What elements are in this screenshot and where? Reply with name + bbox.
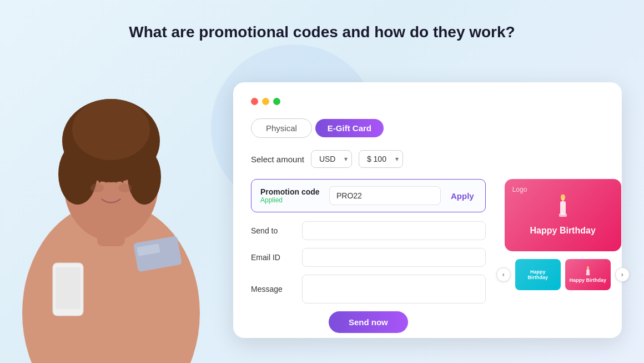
gift-card-greeting: Happy Birthday xyxy=(530,226,596,236)
apply-button[interactable]: Apply xyxy=(449,191,476,201)
candle-icon xyxy=(554,195,572,222)
promo-label-group: Promotion code Applied xyxy=(260,187,321,204)
promo-applied: Applied xyxy=(260,196,321,204)
email-row: Email ID xyxy=(251,248,486,267)
window-controls xyxy=(251,98,604,105)
svg-point-7 xyxy=(90,183,104,192)
svg-point-5 xyxy=(128,149,161,205)
gift-card-logo: Logo xyxy=(512,186,527,193)
thumb-teal-line1: Happy xyxy=(530,269,546,275)
card-preview-side: Logo Happy Birthday xyxy=(499,179,627,333)
send-now-button[interactable]: Send now xyxy=(329,311,408,333)
amount-select[interactable]: $50 $ 100 $150 $200 xyxy=(359,150,403,168)
select-amount-label: Select amount xyxy=(251,155,304,164)
svg-rect-21 xyxy=(586,274,590,276)
next-button[interactable]: › xyxy=(615,267,630,282)
thumb-card-teal[interactable]: Happy Birthday xyxy=(515,259,561,290)
maximize-dot[interactable] xyxy=(273,98,280,105)
select-amount-row: Select amount USD EUR GBP $50 $ 100 $150… xyxy=(251,150,604,168)
close-dot[interactable] xyxy=(251,98,258,105)
svg-rect-16 xyxy=(560,201,566,215)
amount-wrapper: $50 $ 100 $150 $200 xyxy=(359,150,403,168)
person-image xyxy=(0,24,222,363)
svg-point-6 xyxy=(72,99,150,160)
thumb-card-pink[interactable]: Happy Birthday xyxy=(565,259,611,290)
email-label: Email ID xyxy=(251,253,295,262)
send-to-label: Send to xyxy=(251,226,295,235)
currency-wrapper: USD EUR GBP xyxy=(311,150,352,168)
svg-rect-12 xyxy=(56,267,80,309)
form-side: Promotion code Applied Apply Send to Ema… xyxy=(251,179,486,333)
tab-egift[interactable]: E-Gift Card xyxy=(315,119,384,137)
promo-input[interactable] xyxy=(329,186,441,205)
message-input[interactable] xyxy=(302,275,486,304)
send-to-row: Send to xyxy=(251,221,486,240)
svg-point-19 xyxy=(587,266,589,269)
main-card: Physical E-Gift Card Select amount USD E… xyxy=(233,82,622,338)
minimize-dot[interactable] xyxy=(262,98,269,105)
message-row: Message xyxy=(251,275,486,304)
message-label: Message xyxy=(251,285,295,294)
svg-point-8 xyxy=(118,183,132,192)
svg-rect-17 xyxy=(559,213,567,217)
svg-rect-20 xyxy=(586,269,589,274)
promo-label: Promotion code xyxy=(260,187,321,196)
email-input[interactable] xyxy=(302,248,486,267)
thumb-candle-icon xyxy=(584,266,592,276)
prev-button[interactable]: ‹ xyxy=(496,267,511,282)
promo-box: Promotion code Applied Apply xyxy=(251,179,486,212)
tab-row: Physical E-Gift Card xyxy=(251,118,604,138)
thumb-teal-line2: Birthday xyxy=(527,275,548,280)
gift-card-preview: Logo Happy Birthday xyxy=(505,179,621,251)
tab-physical[interactable]: Physical xyxy=(251,118,312,138)
currency-select[interactable]: USD EUR GBP xyxy=(311,150,352,168)
send-to-input[interactable] xyxy=(302,221,486,240)
thumb-pink-text: Happy Birthday xyxy=(569,277,606,283)
thumbnail-row: ‹ Happy Birthday Happy Birthday › xyxy=(496,259,630,290)
content-area: Promotion code Applied Apply Send to Ema… xyxy=(251,179,604,333)
